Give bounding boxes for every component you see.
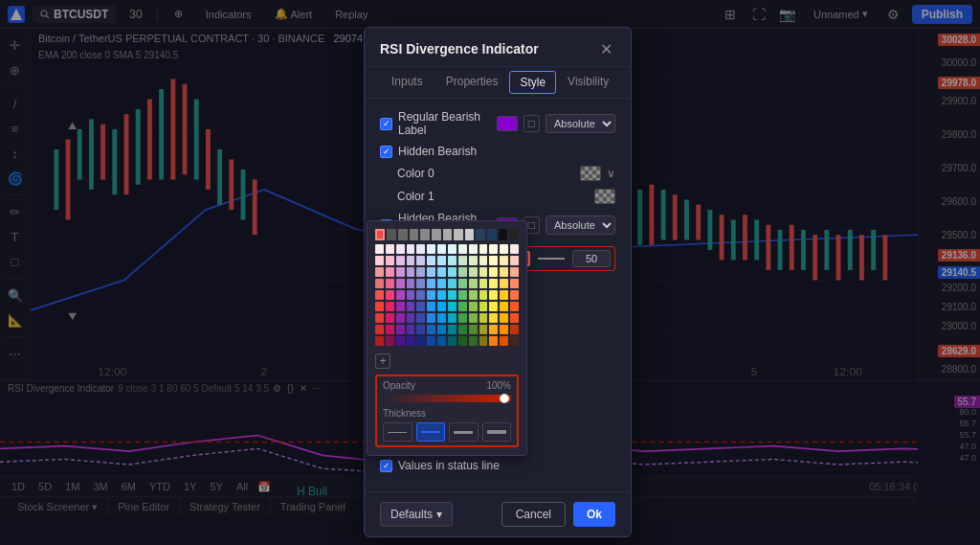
opacity-thumb[interactable] — [500, 394, 509, 403]
color-cell-5-12[interactable] — [500, 302, 508, 311]
color-cell-6-7[interactable] — [448, 313, 457, 323]
color-cell-8-1[interactable] — [386, 336, 394, 346]
color-cell-8-0[interactable] — [375, 336, 384, 346]
color-cell-7-13[interactable] — [510, 325, 519, 334]
color-cell-0-8[interactable] — [458, 244, 467, 254]
color-cell-0-4[interactable] — [416, 244, 425, 254]
color-preset-dark1[interactable] — [387, 229, 396, 240]
color-preset-light2[interactable] — [443, 229, 453, 240]
color-cell-0-9[interactable] — [469, 244, 478, 254]
color-cell-8-4[interactable] — [416, 336, 425, 346]
color-cell-7-9[interactable] — [469, 325, 478, 334]
color-cell-3-10[interactable] — [479, 279, 488, 288]
cancel-button[interactable]: Cancel — [501, 502, 566, 527]
tab-style[interactable]: Style — [509, 71, 556, 94]
color-cell-1-5[interactable] — [427, 256, 435, 265]
color-cell-3-6[interactable] — [437, 279, 446, 288]
color-cell-3-8[interactable] — [458, 279, 467, 288]
color-cell-5-11[interactable] — [489, 302, 498, 311]
color-cell-4-10[interactable] — [479, 290, 488, 300]
color-cell-7-1[interactable] — [386, 325, 394, 334]
color-cell-7-2[interactable] — [396, 325, 405, 334]
color-cell-7-7[interactable] — [448, 325, 457, 334]
color-cell-4-11[interactable] — [489, 290, 498, 300]
color-cell-6-13[interactable] — [510, 313, 519, 323]
color-cell-4-7[interactable] — [448, 290, 457, 300]
add-custom-color[interactable]: + — [375, 353, 390, 369]
color-cell-2-10[interactable] — [479, 267, 488, 277]
color-cell-8-2[interactable] — [396, 336, 405, 346]
color-cell-2-0[interactable] — [375, 267, 384, 277]
color-cell-7-0[interactable] — [375, 325, 384, 334]
color-cell-1-2[interactable] — [396, 256, 405, 265]
color-cell-6-11[interactable] — [489, 313, 498, 323]
color-cell-6-4[interactable] — [416, 313, 425, 323]
chevron-color0[interactable]: ∨ — [607, 167, 615, 180]
color-cell-1-7[interactable] — [448, 256, 457, 265]
modal-close-button[interactable]: ✕ — [596, 39, 615, 58]
color-cell-7-3[interactable] — [407, 325, 415, 334]
color-cell-5-3[interactable] — [407, 302, 415, 311]
opacity-slider[interactable] — [383, 395, 511, 402]
thickness-medium[interactable] — [416, 422, 446, 442]
color-cell-3-13[interactable] — [510, 279, 519, 288]
color-cell-3-2[interactable] — [396, 279, 405, 288]
color-cell-4-2[interactable] — [396, 290, 405, 300]
color-cell-2-3[interactable] — [407, 267, 415, 277]
color-cell-1-8[interactable] — [458, 256, 467, 265]
cb-values-status[interactable]: ✓ — [380, 460, 392, 472]
color-cell-8-6[interactable] — [437, 336, 446, 346]
color-cell-7-8[interactable] — [458, 325, 467, 334]
color-cell-6-0[interactable] — [375, 313, 384, 323]
color-cell-5-2[interactable] — [396, 302, 405, 311]
tab-inputs[interactable]: Inputs — [380, 67, 434, 98]
color-cell-4-0[interactable] — [375, 290, 384, 300]
color-cell-6-2[interactable] — [396, 313, 405, 323]
color-cell-8-10[interactable] — [479, 336, 488, 346]
color-cell-0-13[interactable] — [510, 244, 519, 254]
color-cell-2-2[interactable] — [396, 267, 405, 277]
color-cell-4-5[interactable] — [427, 290, 435, 300]
color-cell-6-10[interactable] — [479, 313, 488, 323]
defaults-button[interactable]: Defaults ▾ — [380, 502, 453, 527]
color-cell-5-7[interactable] — [448, 302, 457, 311]
color-cell-3-4[interactable] — [416, 279, 425, 288]
color-cell-6-5[interactable] — [427, 313, 435, 323]
color-regular-bearish[interactable] — [497, 116, 518, 131]
color-cell-4-3[interactable] — [407, 290, 415, 300]
color-preset-light3[interactable] — [454, 229, 463, 240]
color-cell-2-4[interactable] — [416, 267, 425, 277]
color-cell-0-5[interactable] — [427, 244, 435, 254]
color-cell-8-12[interactable] — [500, 336, 508, 346]
color-preset-mid2[interactable] — [420, 229, 430, 240]
color-cell-1-12[interactable] — [500, 256, 508, 265]
color-cell-3-11[interactable] — [489, 279, 498, 288]
color-cell-0-0[interactable] — [375, 244, 384, 254]
color-cell-0-3[interactable] — [407, 244, 415, 254]
color-cell-1-1[interactable] — [386, 256, 394, 265]
color-preset-light1[interactable] — [432, 229, 441, 240]
color-cell-6-9[interactable] — [469, 313, 478, 323]
middle-line-value[interactable] — [572, 250, 611, 267]
color-cell-0-1[interactable] — [386, 244, 394, 254]
color-cell-2-8[interactable] — [458, 267, 467, 277]
color-cell-5-5[interactable] — [427, 302, 435, 311]
color-cell-5-0[interactable] — [375, 302, 384, 311]
color-cell-2-9[interactable] — [469, 267, 478, 277]
color-cell-8-5[interactable] — [427, 336, 435, 346]
color-cell-1-11[interactable] — [489, 256, 498, 265]
color-cell-0-11[interactable] — [489, 244, 498, 254]
color-cell-6-8[interactable] — [458, 313, 467, 323]
cb-regular-bearish-label[interactable]: ✓ — [380, 118, 392, 130]
color-cell-3-12[interactable] — [500, 279, 508, 288]
color-cell-6-1[interactable] — [386, 313, 394, 323]
color-cell-3-1[interactable] — [386, 279, 394, 288]
color-preset-navy[interactable] — [476, 229, 485, 240]
tab-visibility[interactable]: Visibility — [556, 67, 620, 98]
color-cell-5-1[interactable] — [386, 302, 394, 311]
color-cell-2-1[interactable] — [386, 267, 394, 277]
color-cell-2-5[interactable] — [427, 267, 435, 277]
color-cell-5-8[interactable] — [458, 302, 467, 311]
color-preset-black2[interactable] — [509, 229, 519, 240]
color-cell-0-7[interactable] — [448, 244, 457, 254]
